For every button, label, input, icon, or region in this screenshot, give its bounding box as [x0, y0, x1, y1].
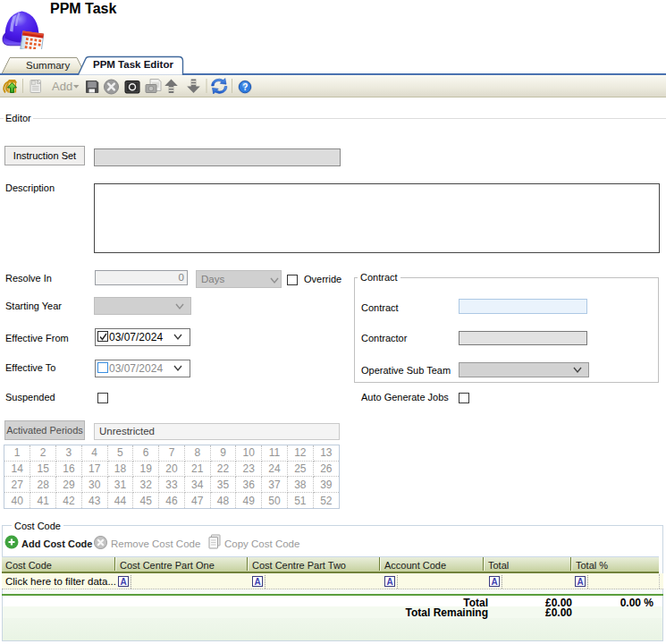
svg-text:Add: Add [52, 80, 72, 93]
svg-text:?: ? [242, 82, 248, 92]
